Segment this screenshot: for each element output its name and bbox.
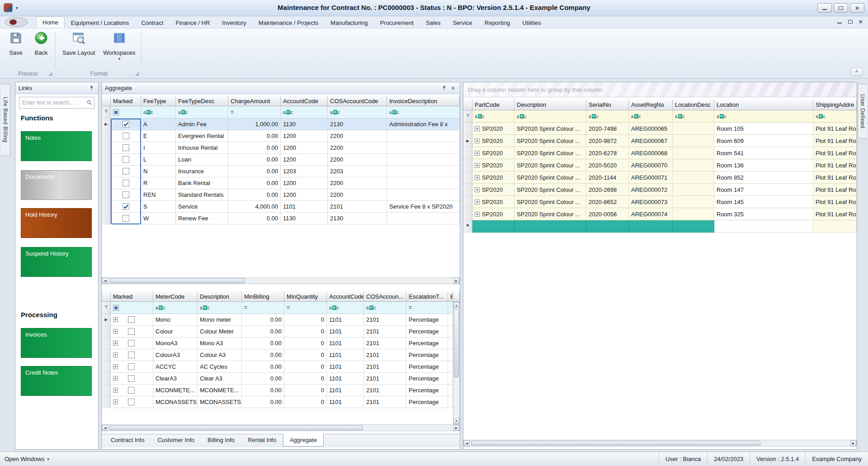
column-header-marked[interactable]: Marked	[111, 291, 153, 302]
ribbon-tab-utilities[interactable]: Utilities	[516, 17, 547, 28]
filter-cell[interactable]: aBc	[472, 110, 514, 123]
mdi-close-icon[interactable]: ×	[859, 19, 863, 25]
new-row-cell[interactable]	[714, 220, 813, 233]
scrollbar-thumb[interactable]	[109, 425, 363, 430]
table-row[interactable]: +MCONMETE...MCONMETE...0.00011012101Perc…	[102, 385, 460, 396]
search-input[interactable]	[19, 97, 94, 109]
checkbox[interactable]	[123, 156, 129, 163]
expand-icon[interactable]: +	[113, 364, 118, 369]
scroll-right-icon[interactable]: ▶	[453, 425, 459, 431]
maximize-button[interactable]	[834, 3, 848, 13]
filter-cell[interactable]: aBc	[813, 110, 857, 123]
equipment-horizontal-scrollbar[interactable]: ◀ ▶	[463, 440, 857, 447]
table-row[interactable]: +MCONASSETSMCONASSETS0.00011012101Percen…	[102, 396, 460, 408]
scroll-left-icon[interactable]: ◀	[102, 278, 108, 284]
expand-icon[interactable]: +	[475, 187, 480, 192]
table-row[interactable]: +SP2020SP2020 Sprint Colour ...2020-1144…	[463, 171, 857, 184]
table-row[interactable]: EEvergreen Rental0.0012002200	[102, 130, 460, 142]
expand-icon[interactable]: +	[475, 163, 480, 168]
fees-horizontal-scrollbar[interactable]: ◀ ▶	[102, 277, 460, 284]
checkbox[interactable]	[123, 215, 129, 222]
column-header-partcode[interactable]: PartCode	[472, 100, 514, 110]
ribbon-tab-sales[interactable]: Sales	[420, 17, 447, 28]
filter-cell[interactable]: aBc	[364, 302, 406, 314]
scroll-up-icon[interactable]: ▲	[453, 302, 459, 308]
column-header-minbilling[interactable]: MinBilling	[242, 291, 284, 302]
filter-cell[interactable]: aBc	[153, 302, 198, 314]
side-tab-life-based-billing[interactable]: Life Based Billing	[1, 84, 10, 156]
checkbox[interactable]	[123, 144, 129, 151]
filter-cell[interactable]: =	[242, 302, 284, 314]
expand-icon[interactable]: +	[113, 341, 118, 346]
column-header-serialno[interactable]: SerialNo	[586, 100, 629, 110]
app-logo[interactable]	[5, 17, 28, 29]
checkbox[interactable]	[123, 191, 129, 198]
filter-cell[interactable]: aBc	[586, 110, 629, 123]
new-row-cell[interactable]	[813, 220, 857, 233]
dialog-launcher-icon[interactable]	[136, 72, 139, 76]
expand-icon[interactable]: +	[113, 329, 118, 334]
suspend-history-button[interactable]: Suspend History	[21, 247, 92, 277]
filter-cell[interactable]: aBc	[714, 110, 813, 123]
column-header-shippingaddre[interactable]: ShippingAddre	[813, 100, 857, 110]
expand-icon[interactable]: +	[475, 138, 480, 143]
mdi-minimize-icon[interactable]	[837, 23, 842, 24]
checkbox[interactable]	[123, 203, 129, 210]
expand-icon[interactable]: +	[113, 388, 118, 393]
filter-cell[interactable]: aBc	[198, 302, 242, 314]
column-header-escalationt[interactable]: EscalationT...	[406, 291, 448, 302]
expand-icon[interactable]: +	[113, 317, 118, 322]
filter-cell[interactable]: aBc	[281, 106, 328, 119]
filter-cell[interactable]: =	[406, 302, 448, 314]
checkbox[interactable]	[128, 375, 135, 382]
scroll-left-icon[interactable]: ◀	[102, 425, 108, 431]
ribbon-tab-inventory[interactable]: Inventory	[216, 17, 252, 28]
table-row[interactable]: +SP2020SP2020 Sprint Colour ...2020-2698…	[463, 184, 857, 196]
tab-rental-info[interactable]: Rental Info	[241, 434, 283, 446]
filter-cell[interactable]: aBc	[387, 106, 460, 119]
invoices-button[interactable]: Invoices	[21, 328, 92, 358]
workspaces-button[interactable]: Workspaces ▾	[101, 30, 137, 62]
filter-cell[interactable]: aBc	[673, 110, 714, 123]
table-row[interactable]: RBank Rental0.0012002200	[102, 177, 460, 189]
table-row[interactable]: +SP2020SP2020 Sprint Colour ...2020-8652…	[463, 196, 857, 208]
expand-icon[interactable]: +	[475, 212, 480, 217]
column-header-cosaccoun[interactable]: COSAccoun...	[364, 291, 406, 302]
expand-icon[interactable]: +	[475, 126, 480, 131]
checkbox[interactable]	[128, 328, 135, 335]
ribbon-tab-procurement[interactable]: Procurement	[374, 17, 419, 28]
table-row[interactable]: IInhouse Rental0.0012002200	[102, 142, 460, 154]
filter-cell[interactable]	[111, 106, 141, 119]
filter-cell[interactable]: aBc	[327, 302, 364, 314]
dialog-launcher-icon[interactable]	[49, 72, 52, 76]
side-tab-user-defined[interactable]: User Defined	[858, 84, 867, 139]
table-row[interactable]: NInsurance0.0012032203	[102, 166, 460, 177]
checkbox[interactable]	[123, 168, 129, 175]
pin-icon[interactable]	[88, 85, 95, 92]
table-row[interactable]: +SP2020SP2020 Sprint Colour ...2020-7498…	[463, 123, 857, 135]
tab-customer-info[interactable]: Customer Info	[151, 434, 201, 446]
checkbox[interactable]	[128, 316, 135, 323]
hold-history-button[interactable]: Hold History	[21, 208, 92, 238]
table-row[interactable]: ▶AAdmin Fee1,000.0011302130Administratio…	[102, 119, 460, 130]
save-button[interactable]: Save	[5, 30, 26, 57]
expand-icon[interactable]: +	[475, 151, 480, 156]
checkbox[interactable]	[128, 387, 135, 394]
column-header-chargeamount[interactable]: ChargeAmount	[228, 96, 281, 106]
tab-contract-info[interactable]: Contract Info	[104, 434, 151, 446]
ribbon-tab-home[interactable]: Home	[36, 16, 65, 28]
ribbon-tab-contract[interactable]: Contract	[135, 17, 169, 28]
save-layout-button[interactable]: Save Layout	[61, 30, 97, 62]
table-row[interactable]: RENStandard Rentals0.0012002200	[102, 189, 460, 201]
meters-horizontal-scrollbar[interactable]: ◀ ▶	[102, 424, 460, 431]
close-icon[interactable]: ×	[449, 85, 457, 92]
expand-icon[interactable]: +	[113, 352, 118, 357]
minimize-button[interactable]	[817, 3, 832, 13]
scrollbar-thumb[interactable]	[471, 441, 760, 446]
column-header-esc[interactable]: Esc	[448, 291, 453, 302]
table-row[interactable]: +ColourA3Colour A30.00011012101Percentag…	[102, 349, 460, 361]
new-row-cell[interactable]	[514, 220, 586, 233]
table-row[interactable]: SService4,000.0011012101Service Fee 8 x …	[102, 201, 460, 213]
new-row-cell[interactable]	[472, 220, 514, 233]
checkbox[interactable]	[128, 399, 135, 405]
